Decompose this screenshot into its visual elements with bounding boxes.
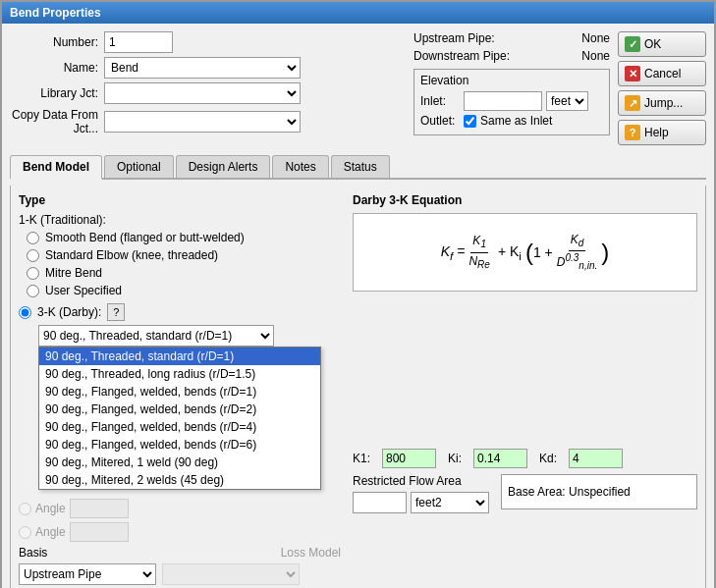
three-k-label: 3-K (Darby): <box>37 305 101 319</box>
k1-input[interactable] <box>382 449 436 468</box>
equation-display: Kf = K1 NRe + Ki ( 1 + Kd D0.3n,in. ) <box>353 213 697 292</box>
kd-label: Kd: <box>539 452 557 465</box>
number-input[interactable] <box>104 31 173 53</box>
jump-label: Jump... <box>644 96 683 110</box>
radio-standard-elbow[interactable] <box>27 249 39 262</box>
type-title: Type <box>19 193 341 207</box>
dropdown-item-5[interactable]: 90 deg., Flanged, welded, bends (r/D=6) <box>39 436 320 454</box>
dropdown-item-6[interactable]: 90 deg., Mitered, 1 weld (90 deg) <box>39 454 320 471</box>
basis-select-2 <box>162 563 300 585</box>
one-k-title: 1-K (Traditional): <box>19 213 341 227</box>
base-area-display: Base Area: Unspecified <box>501 474 697 509</box>
name-label: Name: <box>10 61 98 75</box>
radio-three-k-darby[interactable] <box>19 306 31 319</box>
question-button[interactable]: ? <box>107 303 125 321</box>
ki-label: Ki: <box>448 452 462 465</box>
mitre-bend-label: Mitre Bend <box>45 266 102 280</box>
standard-elbow-label: Standard Elbow (knee, threaded) <box>45 248 218 262</box>
restricted-unit-select[interactable]: feet2 <box>411 492 489 513</box>
user-specified-label: User Specified <box>45 284 122 297</box>
upstream-pipe-label: Upstream Pipe: <box>413 31 495 45</box>
radio-smooth-bend[interactable] <box>27 232 39 244</box>
angle2-input <box>70 522 129 542</box>
dropdown-item-0[interactable]: 90 deg., Threaded, standard (r/D=1) <box>39 347 320 365</box>
same-as-inlet-label: Same as Inlet <box>480 114 552 128</box>
outlet-label: Outlet: <box>420 114 460 128</box>
tabs-bar: Bend Model Optional Design Alerts Notes … <box>10 155 706 180</box>
cancel-icon: ✕ <box>625 66 640 81</box>
name-select[interactable]: Bend <box>104 57 301 79</box>
restricted-flow-input[interactable] <box>353 492 407 513</box>
angle1-input <box>70 499 129 518</box>
tab-design-alerts[interactable]: Design Alerts <box>176 155 271 178</box>
base-area-label: Base Area: Unspecified <box>508 485 631 499</box>
tab-optional[interactable]: Optional <box>104 155 174 178</box>
inlet-unit-select[interactable]: feet <box>546 91 588 111</box>
help-button[interactable]: ? Help <box>618 120 706 145</box>
main-window: Bend Properties Number: Name: Bend Libra… <box>0 0 716 588</box>
copy-select[interactable] <box>104 111 301 133</box>
ok-icon: ✓ <box>625 36 640 52</box>
inlet-input[interactable] <box>464 91 542 111</box>
smooth-bend-label: Smooth Bend (flanged or butt-welded) <box>45 231 245 244</box>
dropdown-item-1[interactable]: 90 deg., Threaded, long radius (r/D=1.5) <box>39 365 320 383</box>
library-select[interactable] <box>104 82 301 104</box>
title-bar: Bend Properties <box>2 2 714 24</box>
dropdown-item-3[interactable]: 90 deg., Flanged, welded, bends (r/D=2) <box>39 401 320 418</box>
library-label: Library Jct: <box>10 86 98 100</box>
tab-content-bend-model: Type 1-K (Traditional): Smooth Bend (fla… <box>10 186 706 588</box>
radio-angle2 <box>19 526 31 539</box>
ki-input[interactable] <box>473 449 527 468</box>
copy-label: Copy Data From Jct... <box>10 108 98 135</box>
dropdown-item-4[interactable]: 90 deg., Flanged, welded, bends (r/D=4) <box>39 418 320 436</box>
jump-button[interactable]: ↗ Jump... <box>618 90 706 116</box>
angle2-label: Angle <box>35 525 66 539</box>
tab-status[interactable]: Status <box>331 155 390 178</box>
help-icon: ? <box>625 125 640 140</box>
dropdown-item-2[interactable]: 90 deg., Flanged, welded, bends (r/D=1) <box>39 383 320 401</box>
ok-button[interactable]: ✓ OK <box>618 31 706 57</box>
elevation-title: Elevation <box>420 74 603 87</box>
cancel-button[interactable]: ✕ Cancel <box>618 61 706 86</box>
angle1-label: Angle <box>35 502 66 515</box>
tab-bend-model[interactable]: Bend Model <box>10 155 102 180</box>
darby-dropdown-list: 90 deg., Threaded, standard (r/D=1) 90 d… <box>38 347 321 490</box>
downstream-pipe-value: None <box>581 49 610 63</box>
window-title: Bend Properties <box>10 6 101 20</box>
same-as-inlet-checkbox[interactable] <box>464 115 476 128</box>
restricted-flow-label: Restricted Flow Area <box>353 474 489 488</box>
inlet-label: Inlet: <box>420 94 460 108</box>
darby-select[interactable]: 90 deg., Threaded, standard (r/D=1) <box>38 325 274 347</box>
tab-notes[interactable]: Notes <box>272 155 328 178</box>
ok-label: OK <box>644 37 661 51</box>
downstream-pipe-label: Downstream Pipe: <box>413 49 510 63</box>
loss-model-label: Loss Model <box>281 546 341 560</box>
jump-icon: ↗ <box>625 95 640 111</box>
kd-input[interactable] <box>569 449 623 468</box>
basis-loss-label: Basis <box>19 546 47 560</box>
radio-angle1 <box>19 503 31 515</box>
basis-select-1[interactable]: Upstream Pipe <box>19 563 156 585</box>
upstream-pipe-value: None <box>581 31 610 45</box>
radio-mitre-bend[interactable] <box>27 267 39 280</box>
darby-equation-title: Darby 3-K Equation <box>353 193 697 207</box>
number-label: Number: <box>10 35 98 49</box>
cancel-label: Cancel <box>644 67 681 80</box>
k1-label: K1: <box>353 452 370 465</box>
dropdown-item-7[interactable]: 90 deg., Mitered, 2 welds (45 deg) <box>39 471 320 489</box>
radio-user-specified[interactable] <box>27 285 39 297</box>
help-label: Help <box>644 126 669 139</box>
